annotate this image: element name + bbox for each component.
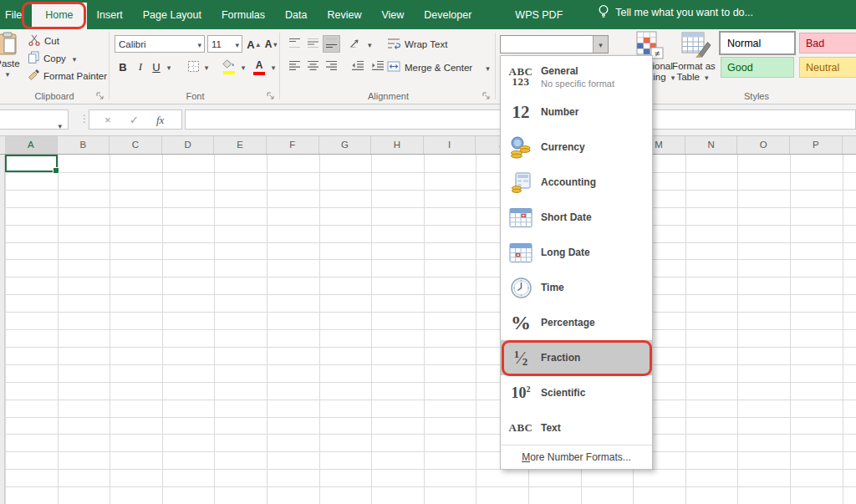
tab-insert[interactable]: Insert	[87, 3, 133, 29]
name-box[interactable]: A1 ▾	[0, 109, 69, 130]
enter-icon[interactable]: ✓	[130, 114, 139, 126]
format-option-label: Short Date	[541, 211, 592, 223]
fill-color-dropdown[interactable]: ▾	[238, 57, 248, 77]
selected-cell-A1[interactable]	[5, 155, 58, 172]
clipboard-group: Paste ▾ Cut Copy ▾ Format Painter Clipbo…	[0, 29, 109, 104]
insert-function-button[interactable]: fx	[156, 114, 164, 127]
tab-wps-pdf[interactable]: WPS PDF	[505, 3, 573, 29]
column-header-n[interactable]: N	[685, 136, 738, 154]
tab-formulas[interactable]: Formulas	[211, 3, 275, 29]
borders-button[interactable]	[185, 57, 201, 77]
format-option-scientific[interactable]: 102Scientific	[501, 375, 652, 410]
caret-down-icon: ▾	[365, 39, 374, 49]
merge-center-button[interactable]: Merge & Center ▾	[387, 59, 492, 75]
column-header-i[interactable]: I	[424, 136, 476, 154]
format-option-currency[interactable]: Currency	[501, 130, 652, 165]
group-separator	[279, 33, 280, 99]
shrink-font-button[interactable]: A▾	[262, 34, 279, 54]
format-option-short-date[interactable]: Short Date	[501, 200, 652, 235]
format-option-long-date[interactable]: Long Date	[501, 235, 652, 270]
format-option-text[interactable]: ABCText	[501, 410, 652, 445]
column-header-c[interactable]: C	[110, 136, 162, 154]
tab-view[interactable]: View	[371, 3, 414, 29]
fill-color-button[interactable]	[220, 57, 238, 77]
align-top-button[interactable]	[286, 35, 303, 53]
font-color-dropdown[interactable]: ▾	[268, 57, 278, 77]
bold-button[interactable]: B	[115, 57, 130, 77]
paste-label: Paste	[0, 59, 20, 69]
tab-developer[interactable]: Developer	[414, 3, 482, 29]
column-header-e[interactable]: E	[214, 136, 267, 154]
column-header-b[interactable]: B	[58, 136, 110, 154]
font-name-combo[interactable]: Calibri ▾	[115, 35, 205, 53]
column-header-g[interactable]: G	[319, 136, 372, 154]
tab-review[interactable]: Review	[317, 3, 371, 29]
fill-handle[interactable]	[53, 167, 59, 174]
align-left-icon	[288, 60, 301, 73]
cut-button[interactable]: Cut	[28, 33, 59, 48]
scientific-format-icon: 102	[501, 384, 541, 402]
tab-page-layout[interactable]: Page Layout	[133, 3, 211, 29]
format-option-label: Number	[541, 106, 578, 118]
grid-hline	[5, 172, 856, 173]
worksheet[interactable]: ABCDEFGHIJKLMNOPQ	[0, 136, 856, 504]
alignment-dialog-launcher[interactable]	[482, 91, 491, 99]
format-option-number[interactable]: 12Number	[501, 94, 652, 130]
indent-decrease-icon	[351, 60, 364, 73]
format-option-time[interactable]: Time	[501, 270, 652, 305]
underline-dropdown[interactable]: ▾	[164, 57, 174, 77]
cell-style-good[interactable]: Good	[721, 57, 794, 78]
underline-button[interactable]: U	[149, 57, 164, 77]
grow-font-button[interactable]: A▴	[245, 34, 262, 54]
font-dialog-launcher[interactable]	[267, 91, 275, 99]
align-center-button[interactable]	[304, 58, 322, 75]
wrap-text-button[interactable]: Wrap Text	[387, 36, 447, 52]
cut-label: Cut	[44, 36, 59, 46]
format-option-fraction[interactable]: 1⁄2Fraction	[501, 340, 652, 375]
format-option-label: Accounting	[541, 176, 596, 188]
font-color-button[interactable]: A	[250, 57, 268, 77]
cancel-icon[interactable]: ×	[104, 114, 111, 126]
grid-hline	[5, 329, 856, 330]
clipboard-dialog-launcher[interactable]	[96, 91, 104, 99]
tell-me-box[interactable]: Tell me what you want to do...	[573, 4, 753, 29]
cell-style-normal[interactable]: Normal	[721, 33, 794, 53]
decrease-indent-button[interactable]	[349, 58, 366, 75]
align-right-button[interactable]	[323, 58, 340, 75]
cell-style-neutral[interactable]: Neutral	[799, 57, 856, 78]
column-header-q[interactable]: Q	[843, 136, 856, 154]
column-header-f[interactable]: F	[267, 136, 319, 154]
grid-hline	[5, 400, 856, 400]
more-number-formats-item[interactable]: More Number Formats...	[501, 445, 652, 469]
format-option-percentage[interactable]: %Percentage	[501, 305, 652, 340]
align-middle-button[interactable]	[304, 35, 322, 53]
format-option-accounting[interactable]: Accounting	[501, 165, 652, 200]
grid-hline	[5, 259, 856, 260]
font-size-combo[interactable]: 11 ▾	[207, 35, 242, 53]
borders-dropdown[interactable]: ▾	[201, 57, 211, 77]
number-format-combo[interactable]: ▾	[500, 35, 609, 53]
increase-indent-button[interactable]	[369, 58, 386, 75]
italic-button[interactable]: I	[134, 57, 147, 77]
grid-hline	[5, 225, 856, 226]
copy-button[interactable]: Copy ▾	[28, 50, 79, 66]
format-option-general[interactable]: ABC123GeneralNo specific format	[501, 59, 652, 94]
format-painter-button[interactable]: Format Painter	[28, 68, 107, 84]
tab-data[interactable]: Data	[275, 3, 317, 29]
column-header-d[interactable]: D	[162, 136, 215, 154]
column-header-a[interactable]: A	[5, 136, 58, 154]
column-header-h[interactable]: H	[371, 136, 424, 154]
tab-home[interactable]: Home	[32, 3, 86, 29]
orientation-button[interactable]: ▾	[349, 36, 374, 52]
number-format-dropdown-arrow[interactable]: ▾	[593, 36, 608, 53]
percentage-format-icon: %	[501, 312, 541, 334]
tab-file[interactable]: File	[0, 3, 32, 29]
scissors-icon	[28, 34, 40, 48]
align-left-button[interactable]	[286, 58, 303, 75]
cell-style-bad[interactable]: Bad	[799, 33, 856, 53]
column-header-o[interactable]: O	[737, 136, 790, 154]
grid-hline	[5, 434, 856, 435]
borders-icon	[187, 60, 200, 74]
align-bottom-button[interactable]	[323, 35, 340, 53]
column-header-p[interactable]: P	[790, 136, 843, 154]
